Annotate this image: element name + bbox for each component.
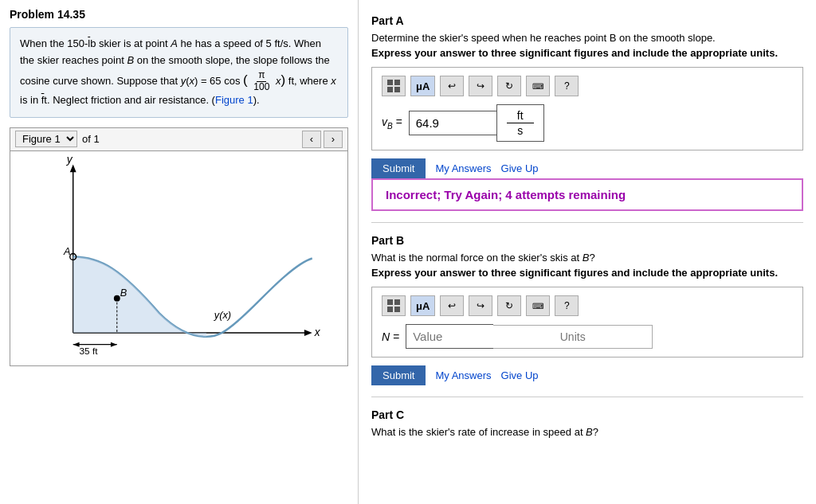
- figure-svg: y x A B y(x): [10, 151, 347, 365]
- part-a-instruction: Express your answer to three significant…: [371, 47, 803, 59]
- figure-prev-button[interactable]: ‹: [302, 131, 321, 148]
- figure-of-label: of 1: [82, 133, 100, 145]
- figure-select[interactable]: Figure 1: [15, 131, 77, 147]
- divider-bc: [371, 397, 803, 397]
- x-axis-label: x: [314, 326, 321, 338]
- part-b-units-input[interactable]: [493, 325, 653, 349]
- undo-button-b[interactable]: ↩: [440, 295, 464, 316]
- dim-arrow-right: [111, 342, 117, 346]
- part-c-label: Part C: [371, 408, 803, 421]
- figure-next-button[interactable]: ›: [324, 131, 343, 148]
- part-c-question: What is the skier's rate of increase in …: [371, 426, 803, 438]
- refresh-button-a[interactable]: ↻: [497, 76, 521, 96]
- curve-fill: [73, 256, 206, 336]
- part-b-give-up-link[interactable]: Give Up: [501, 369, 539, 381]
- part-a-input-label: vB =: [382, 115, 402, 131]
- unit-top: ft: [517, 108, 524, 123]
- figure-link[interactable]: Figure 1: [215, 94, 253, 106]
- refresh-button-b[interactable]: ↻: [497, 295, 521, 316]
- svg-rect-6: [387, 87, 393, 92]
- y-axis-label: y: [66, 154, 73, 166]
- part-a-section: Part A Determine the skier's speed when …: [371, 14, 803, 211]
- figure-canvas: y x A B y(x): [10, 151, 348, 366]
- part-a-answer-box: μΑ ↩ ↪ ↻ ⌨ ? vB = ft s: [371, 67, 803, 150]
- part-a-submit-button[interactable]: Submit: [371, 158, 426, 178]
- part-a-my-answers-link[interactable]: My Answers: [435, 162, 491, 174]
- curve-label: y(x): [214, 309, 231, 321]
- part-b-submit-row: Submit My Answers Give Up: [371, 365, 803, 385]
- svg-rect-8: [387, 299, 393, 305]
- keyboard-button-a[interactable]: ⌨: [526, 76, 550, 96]
- part-b-input-row: N =: [382, 324, 793, 349]
- part-a-give-up-link[interactable]: Give Up: [501, 162, 539, 174]
- svg-rect-7: [394, 87, 400, 92]
- part-b-submit-button[interactable]: Submit: [371, 365, 426, 385]
- grid-icon-a: [386, 79, 401, 93]
- part-b-instruction: Express your answer to three significant…: [371, 267, 803, 279]
- dim-label: 35 ft: [80, 346, 99, 357]
- mu-button-a[interactable]: μΑ: [410, 76, 435, 96]
- right-panel: Part A Determine the skier's speed when …: [359, 0, 816, 504]
- part-b-input-label: N =: [382, 330, 399, 343]
- svg-rect-4: [387, 80, 393, 85]
- point-b-label: B: [120, 286, 128, 298]
- part-a-error-message: Incorrect; Try Again; 4 attempts remaini…: [371, 178, 803, 211]
- redo-button-a[interactable]: ↪: [469, 76, 492, 96]
- help-button-b[interactable]: ?: [555, 295, 579, 316]
- problem-title: Problem 14.35: [10, 8, 348, 21]
- divider-ab: [371, 222, 803, 223]
- grid-button-b[interactable]: [382, 295, 406, 316]
- part-b-label: Part B: [371, 234, 803, 247]
- part-a-input-row: vB = ft s: [382, 104, 793, 142]
- mu-button-b[interactable]: μΑ: [410, 295, 435, 316]
- figure-controls: Figure 1 of 1 ‹ ›: [10, 127, 348, 151]
- part-a-question: Determine the skier's speed when he reac…: [371, 32, 803, 44]
- part-b-question: What is the normal force on the skier's …: [371, 252, 803, 264]
- problem-text-box: When the 150-lb skier is at point A he h…: [10, 27, 348, 118]
- part-a-toolbar: μΑ ↩ ↪ ↻ ⌨ ?: [382, 76, 793, 96]
- part-b-section: Part B What is the normal force on the s…: [371, 234, 803, 385]
- unit-bottom: s: [507, 123, 534, 138]
- undo-button-a[interactable]: ↩: [440, 76, 464, 96]
- grid-button-a[interactable]: [382, 76, 406, 96]
- redo-button-b[interactable]: ↪: [469, 295, 492, 316]
- svg-rect-10: [387, 307, 393, 312]
- svg-rect-9: [394, 299, 400, 305]
- grid-icon-b: [386, 299, 401, 313]
- part-c-section: Part C What is the skier's rate of incre…: [371, 408, 803, 438]
- left-panel: Problem 14.35 When the 150-lb skier is a…: [0, 0, 359, 504]
- svg-rect-11: [394, 307, 400, 312]
- part-b-toolbar: μΑ ↩ ↪ ↻ ⌨ ?: [382, 295, 793, 316]
- svg-rect-5: [394, 80, 400, 85]
- part-a-submit-row: Submit My Answers Give Up: [371, 158, 803, 178]
- svg-marker-3: [304, 330, 312, 336]
- part-b-my-answers-link[interactable]: My Answers: [435, 369, 491, 381]
- point-a-label: A: [63, 244, 71, 256]
- part-a-unit-box: ft s: [496, 104, 544, 142]
- part-b-value-input[interactable]: [406, 324, 493, 349]
- keyboard-button-b[interactable]: ⌨: [526, 295, 550, 316]
- help-button-a[interactable]: ?: [555, 76, 579, 96]
- part-b-answer-box: μΑ ↩ ↪ ↻ ⌨ ? N =: [371, 287, 803, 357]
- problem-text: When the 150-lb skier is at point A he h…: [20, 37, 336, 106]
- dim-arrow-left: [73, 342, 80, 346]
- part-a-value-input[interactable]: [409, 111, 496, 135]
- part-a-label: Part A: [371, 14, 803, 27]
